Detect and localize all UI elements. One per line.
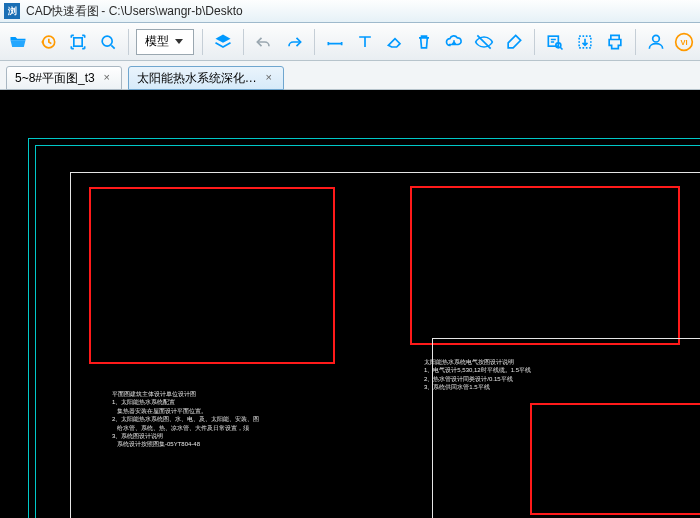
- svg-point-2: [102, 36, 112, 46]
- tab-solar-system[interactable]: 太阳能热水系统深化… ×: [128, 66, 284, 90]
- print-button[interactable]: [603, 28, 627, 56]
- export-button[interactable]: [573, 28, 597, 56]
- document-tabbar: 5~8#平面图_t3 × 太阳能热水系统深化… ×: [0, 61, 700, 90]
- zoom-extents-button[interactable]: [66, 28, 90, 56]
- tab-label: 5~8#平面图_t3: [15, 70, 95, 87]
- svg-point-6: [652, 35, 659, 42]
- main-toolbar: 模型 VI: [0, 23, 700, 61]
- toolbar-separator: [128, 29, 129, 55]
- chevron-down-icon: [175, 39, 183, 44]
- delete-button[interactable]: [413, 28, 437, 56]
- tab-plan[interactable]: 5~8#平面图_t3 ×: [6, 66, 122, 90]
- cad-annotation-left: 平面图建筑主体设计单位设计图 1、太阳能热水系统配置 集热器安装在屋面设计平面位…: [112, 390, 259, 449]
- space-selector[interactable]: 模型: [136, 29, 194, 55]
- measure-button[interactable]: [323, 28, 347, 56]
- undo-button[interactable]: [252, 28, 276, 56]
- brush-button[interactable]: [502, 28, 526, 56]
- toolbar-separator: [534, 29, 535, 55]
- toolbar-separator: [314, 29, 315, 55]
- close-icon[interactable]: ×: [101, 72, 113, 84]
- find-text-button[interactable]: [543, 28, 567, 56]
- drawing-canvas[interactable]: 平面图建筑主体设计单位设计图 1、太阳能热水系统配置 集热器安装在屋面设计平面位…: [0, 90, 700, 518]
- markup-rect-3: [530, 403, 700, 515]
- toolbar-separator: [243, 29, 244, 55]
- markup-rect-1: [89, 187, 335, 364]
- visibility-button[interactable]: [472, 28, 496, 56]
- app-icon: 浏: [4, 3, 20, 19]
- toolbar-separator: [202, 29, 203, 55]
- markup-rect-2: [410, 186, 680, 345]
- svg-rect-1: [74, 37, 82, 45]
- text-button[interactable]: [353, 28, 377, 56]
- layers-button[interactable]: [211, 28, 235, 56]
- toolbar-separator: [635, 29, 636, 55]
- svg-text:VI: VI: [680, 38, 687, 47]
- history-button[interactable]: [36, 28, 60, 56]
- space-selector-label: 模型: [145, 33, 169, 50]
- window-titlebar: 浏 CAD快速看图 - C:\Users\wangr-b\Deskto: [0, 0, 700, 23]
- close-icon[interactable]: ×: [263, 72, 275, 84]
- redo-button[interactable]: [282, 28, 306, 56]
- app-title: CAD快速看图: [26, 3, 99, 20]
- tab-label: 太阳能热水系统深化…: [137, 70, 257, 87]
- vip-button[interactable]: VI: [673, 28, 694, 56]
- window-file-path: - C:\Users\wangr-b\Deskto: [101, 4, 242, 18]
- cloud-download-button[interactable]: [442, 28, 466, 56]
- open-file-button[interactable]: [6, 28, 30, 56]
- zoom-window-button[interactable]: [96, 28, 120, 56]
- user-button[interactable]: [644, 28, 668, 56]
- eraser-button[interactable]: [383, 28, 407, 56]
